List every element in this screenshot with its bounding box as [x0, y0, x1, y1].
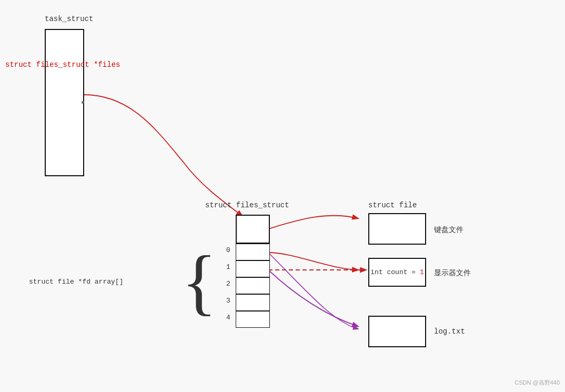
dot-indicator [82, 101, 84, 104]
display-file-label: 显示器文件 [434, 268, 471, 278]
fd-index-0: 0 [226, 246, 230, 254]
arrows-svg [0, 0, 565, 392]
keyboard-file-label: 键盘文件 [434, 225, 463, 235]
fd-array-label: struct file *fd array[] [29, 278, 123, 286]
fd-index-3: 3 [226, 297, 230, 305]
logtxt-file-box [368, 316, 426, 347]
fd-cell-0 [236, 244, 270, 260]
fd-cell-2 [236, 277, 270, 294]
struct-file-label: struct file [368, 201, 417, 209]
files-struct-top-cell [236, 215, 270, 244]
logtxt-label: log.txt [434, 327, 465, 336]
diagram-canvas: task_struct struct files_struct *files s… [0, 0, 565, 392]
fd-index-2: 2 [226, 280, 230, 288]
keyboard-file-box [368, 213, 426, 245]
fd-index-1: 1 [226, 263, 230, 271]
display-file-box: int count = 1 [368, 258, 426, 287]
files-struct-ptr-label: struct files_struct *files [5, 61, 120, 69]
fd-cell-4 [236, 311, 270, 328]
fd-cell-3 [236, 294, 270, 311]
int-count-value: 1 [420, 268, 424, 276]
curly-brace: { [181, 245, 217, 318]
files-struct-label: struct files_struct [205, 201, 289, 209]
task-struct-box [45, 29, 84, 176]
fd-index-4: 4 [226, 314, 230, 321]
int-count-label: int count = 1 [370, 268, 423, 276]
fd-cell-1 [236, 260, 270, 277]
watermark: CSDN @高野440 [514, 379, 560, 387]
task-struct-label: task_struct [45, 15, 93, 23]
